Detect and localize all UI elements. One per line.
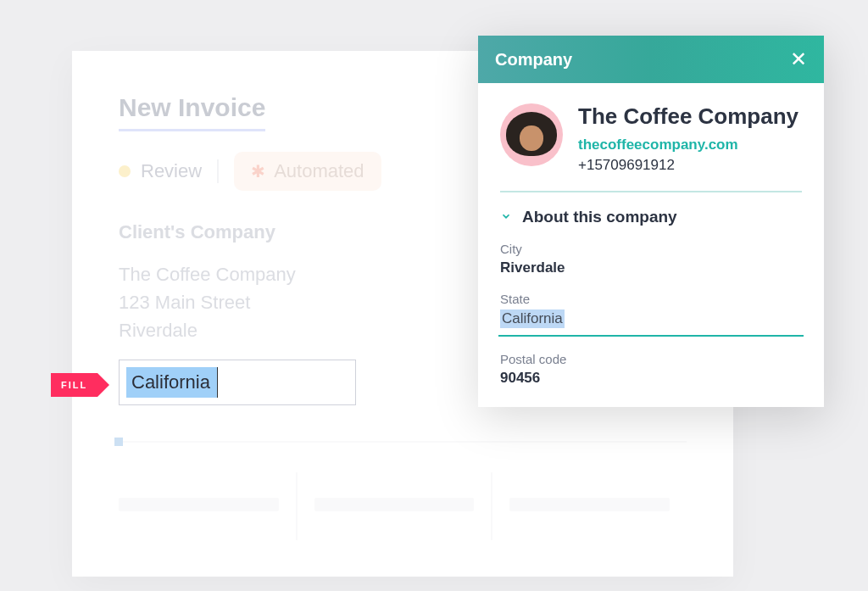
state-input[interactable]: California — [119, 360, 356, 405]
city-value: Riverdale — [500, 259, 802, 276]
company-header: The Coffee Company thecoffeecompany.com … — [500, 103, 802, 174]
divider — [500, 191, 802, 192]
avatar — [500, 103, 563, 166]
page-title: New Invoice — [119, 93, 265, 131]
skeleton-col — [119, 472, 296, 540]
automated-label: Automated — [274, 160, 364, 182]
divider — [217, 159, 219, 183]
skeleton-col — [296, 472, 492, 540]
about-toggle[interactable]: About this company — [500, 208, 802, 226]
fill-tag: FILL — [51, 373, 109, 397]
chevron-down-icon — [500, 210, 512, 225]
state-input-value: California — [126, 367, 218, 399]
popover-header: Company ✕ — [478, 36, 824, 83]
skeleton-top-line — [119, 441, 687, 443]
state-label: State — [500, 292, 802, 306]
review-label: Review — [141, 160, 202, 182]
city-field: City Riverdale — [500, 242, 802, 276]
fill-tag-label: FILL — [51, 373, 97, 397]
skeleton-bar — [119, 498, 279, 511]
postal-label: Postal code — [500, 352, 802, 366]
skeleton-col — [491, 472, 687, 540]
close-button[interactable]: ✕ — [790, 49, 807, 70]
city-label: City — [500, 242, 802, 256]
skeleton-bar — [314, 498, 475, 511]
popover-body: The Coffee Company thecoffeecompany.com … — [478, 83, 824, 407]
state-value: California — [500, 309, 565, 328]
popover-title: Company — [495, 50, 572, 70]
company-name: The Coffee Company — [578, 103, 798, 130]
state-field[interactable]: State California — [500, 292, 802, 337]
skeleton-bar — [509, 498, 670, 511]
close-icon: ✕ — [790, 47, 807, 70]
sprocket-icon: ✱ — [251, 161, 265, 181]
postal-field: Postal code 90456 — [500, 352, 802, 387]
arrow-right-icon — [97, 373, 109, 397]
company-phone: +15709691912 — [578, 157, 798, 174]
review-chip[interactable]: Review — [119, 160, 202, 182]
about-label: About this company — [522, 208, 677, 226]
company-url[interactable]: thecoffeecompany.com — [578, 137, 798, 153]
skeleton-table — [119, 441, 687, 540]
status-dot-icon — [119, 165, 131, 177]
postal-value: 90456 — [500, 370, 802, 387]
underline — [498, 335, 804, 337]
skeleton-columns — [119, 472, 687, 540]
resize-handle-icon[interactable] — [114, 438, 123, 446]
company-popover: Company ✕ The Coffee Company thecoffeeco… — [478, 36, 824, 407]
automated-chip[interactable]: ✱ Automated — [234, 152, 381, 191]
